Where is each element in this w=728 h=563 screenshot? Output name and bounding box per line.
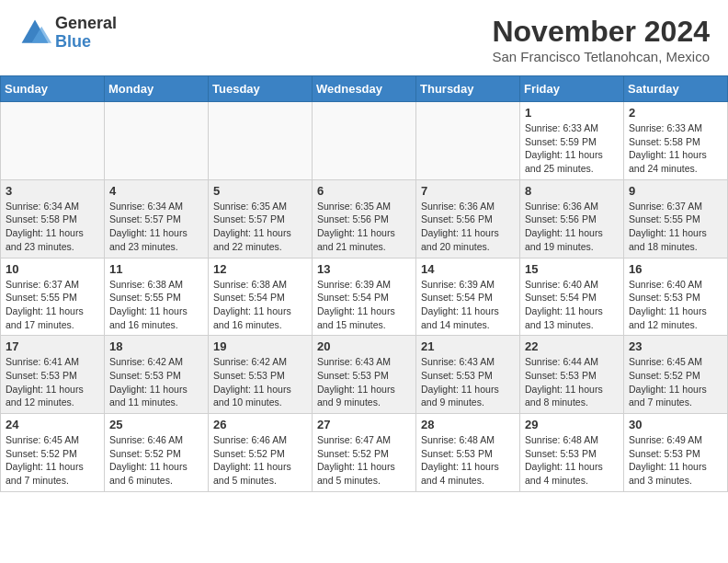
calendar-cell: 5Sunrise: 6:35 AM Sunset: 5:57 PM Daylig… xyxy=(209,179,313,258)
day-info: Sunrise: 6:43 AM Sunset: 5:53 PM Dayligh… xyxy=(421,355,515,409)
calendar-cell: 7Sunrise: 6:36 AM Sunset: 5:56 PM Daylig… xyxy=(416,179,520,258)
logo-icon xyxy=(18,17,51,50)
day-info: Sunrise: 6:41 AM Sunset: 5:53 PM Dayligh… xyxy=(6,355,99,409)
day-number: 25 xyxy=(109,418,203,431)
day-info: Sunrise: 6:42 AM Sunset: 5:53 PM Dayligh… xyxy=(109,355,203,409)
day-number: 15 xyxy=(525,262,619,276)
calendar-cell: 25Sunrise: 6:46 AM Sunset: 5:52 PM Dayli… xyxy=(105,414,209,492)
day-number: 29 xyxy=(525,418,619,431)
week-row-4: 17Sunrise: 6:41 AM Sunset: 5:53 PM Dayli… xyxy=(1,336,728,414)
calendar-cell: 18Sunrise: 6:42 AM Sunset: 5:53 PM Dayli… xyxy=(105,336,209,414)
day-number: 18 xyxy=(109,339,203,353)
day-number: 23 xyxy=(629,339,722,353)
calendar-cell: 23Sunrise: 6:45 AM Sunset: 5:52 PM Dayli… xyxy=(624,336,728,414)
weekday-header-saturday: Saturday xyxy=(624,76,728,102)
calendar-cell xyxy=(416,102,520,180)
calendar-cell: 4Sunrise: 6:34 AM Sunset: 5:57 PM Daylig… xyxy=(105,179,209,258)
calendar-cell: 3Sunrise: 6:34 AM Sunset: 5:58 PM Daylig… xyxy=(1,179,105,258)
day-info: Sunrise: 6:38 AM Sunset: 5:54 PM Dayligh… xyxy=(213,278,307,332)
location-subtitle: San Francisco Tetlanohcan, Mexico xyxy=(492,49,710,64)
logo: General Blue xyxy=(18,15,117,52)
calendar-cell: 22Sunrise: 6:44 AM Sunset: 5:53 PM Dayli… xyxy=(520,336,624,414)
calendar-cell: 6Sunrise: 6:35 AM Sunset: 5:56 PM Daylig… xyxy=(313,179,416,258)
title-block: November 2024 San Francisco Tetlanohcan,… xyxy=(492,15,710,64)
calendar-cell: 2Sunrise: 6:33 AM Sunset: 5:58 PM Daylig… xyxy=(624,102,728,180)
day-number: 1 xyxy=(525,106,619,120)
day-info: Sunrise: 6:46 AM Sunset: 5:52 PM Dayligh… xyxy=(109,433,203,488)
calendar-cell xyxy=(313,102,416,180)
day-info: Sunrise: 6:44 AM Sunset: 5:53 PM Dayligh… xyxy=(525,355,619,409)
calendar-cell: 10Sunrise: 6:37 AM Sunset: 5:55 PM Dayli… xyxy=(1,258,105,336)
day-info: Sunrise: 6:35 AM Sunset: 5:56 PM Dayligh… xyxy=(317,200,411,254)
day-number: 11 xyxy=(109,262,203,276)
weekday-header-tuesday: Tuesday xyxy=(209,76,313,102)
weekday-header-friday: Friday xyxy=(520,76,624,102)
day-number: 27 xyxy=(317,418,411,431)
day-number: 21 xyxy=(421,339,515,353)
calendar-cell: 16Sunrise: 6:40 AM Sunset: 5:53 PM Dayli… xyxy=(624,258,728,336)
week-row-2: 3Sunrise: 6:34 AM Sunset: 5:58 PM Daylig… xyxy=(1,179,728,258)
calendar-cell: 12Sunrise: 6:38 AM Sunset: 5:54 PM Dayli… xyxy=(209,258,313,336)
calendar-cell: 17Sunrise: 6:41 AM Sunset: 5:53 PM Dayli… xyxy=(1,336,105,414)
day-number: 19 xyxy=(213,339,307,353)
day-number: 12 xyxy=(213,262,307,276)
day-number: 22 xyxy=(525,339,619,353)
day-number: 4 xyxy=(109,184,203,198)
calendar-cell: 11Sunrise: 6:38 AM Sunset: 5:55 PM Dayli… xyxy=(105,258,209,336)
day-info: Sunrise: 6:43 AM Sunset: 5:53 PM Dayligh… xyxy=(317,355,411,409)
calendar-cell: 30Sunrise: 6:49 AM Sunset: 5:53 PM Dayli… xyxy=(624,414,728,492)
day-number: 10 xyxy=(6,262,99,276)
day-info: Sunrise: 6:34 AM Sunset: 5:57 PM Dayligh… xyxy=(109,200,203,254)
day-number: 17 xyxy=(6,339,99,353)
calendar-cell xyxy=(105,102,209,180)
day-number: 16 xyxy=(629,262,722,276)
logo-blue-text: Blue xyxy=(55,33,117,52)
day-info: Sunrise: 6:45 AM Sunset: 5:52 PM Dayligh… xyxy=(629,355,722,409)
day-info: Sunrise: 6:45 AM Sunset: 5:52 PM Dayligh… xyxy=(6,433,99,488)
calendar-cell: 14Sunrise: 6:39 AM Sunset: 5:54 PM Dayli… xyxy=(416,258,520,336)
weekday-header-sunday: Sunday xyxy=(1,76,105,102)
day-info: Sunrise: 6:33 AM Sunset: 5:59 PM Dayligh… xyxy=(525,121,619,176)
calendar-cell: 1Sunrise: 6:33 AM Sunset: 5:59 PM Daylig… xyxy=(520,102,624,180)
week-row-5: 24Sunrise: 6:45 AM Sunset: 5:52 PM Dayli… xyxy=(1,414,728,492)
day-number: 20 xyxy=(317,339,411,353)
day-info: Sunrise: 6:49 AM Sunset: 5:53 PM Dayligh… xyxy=(629,433,722,488)
page-header: General Blue November 2024 San Francisco… xyxy=(0,0,728,68)
day-info: Sunrise: 6:39 AM Sunset: 5:54 PM Dayligh… xyxy=(421,278,515,332)
day-info: Sunrise: 6:47 AM Sunset: 5:52 PM Dayligh… xyxy=(317,433,411,488)
day-number: 6 xyxy=(317,184,411,198)
day-info: Sunrise: 6:39 AM Sunset: 5:54 PM Dayligh… xyxy=(317,278,411,332)
day-number: 24 xyxy=(6,418,99,431)
day-number: 3 xyxy=(6,184,99,198)
calendar-cell: 27Sunrise: 6:47 AM Sunset: 5:52 PM Dayli… xyxy=(313,414,416,492)
weekday-header-thursday: Thursday xyxy=(416,76,520,102)
calendar-cell: 9Sunrise: 6:37 AM Sunset: 5:55 PM Daylig… xyxy=(624,179,728,258)
day-number: 8 xyxy=(525,184,619,198)
calendar-cell: 29Sunrise: 6:48 AM Sunset: 5:53 PM Dayli… xyxy=(520,414,624,492)
day-info: Sunrise: 6:33 AM Sunset: 5:58 PM Dayligh… xyxy=(629,121,722,176)
weekday-header-monday: Monday xyxy=(105,76,209,102)
day-number: 9 xyxy=(629,184,722,198)
day-info: Sunrise: 6:35 AM Sunset: 5:57 PM Dayligh… xyxy=(213,200,307,254)
calendar-cell: 20Sunrise: 6:43 AM Sunset: 5:53 PM Dayli… xyxy=(313,336,416,414)
day-number: 13 xyxy=(317,262,411,276)
day-info: Sunrise: 6:40 AM Sunset: 5:54 PM Dayligh… xyxy=(525,278,619,332)
weekday-header-wednesday: Wednesday xyxy=(313,76,416,102)
calendar-cell: 21Sunrise: 6:43 AM Sunset: 5:53 PM Dayli… xyxy=(416,336,520,414)
day-number: 5 xyxy=(213,184,307,198)
day-number: 26 xyxy=(213,418,307,431)
logo-general-text: General xyxy=(55,15,117,33)
calendar-cell xyxy=(209,102,313,180)
calendar-cell: 13Sunrise: 6:39 AM Sunset: 5:54 PM Dayli… xyxy=(313,258,416,336)
day-info: Sunrise: 6:48 AM Sunset: 5:53 PM Dayligh… xyxy=(421,433,515,488)
day-number: 2 xyxy=(629,106,722,120)
week-row-3: 10Sunrise: 6:37 AM Sunset: 5:55 PM Dayli… xyxy=(1,258,728,336)
day-number: 7 xyxy=(421,184,515,198)
day-info: Sunrise: 6:42 AM Sunset: 5:53 PM Dayligh… xyxy=(213,355,307,409)
day-info: Sunrise: 6:38 AM Sunset: 5:55 PM Dayligh… xyxy=(109,278,203,332)
calendar-cell: 24Sunrise: 6:45 AM Sunset: 5:52 PM Dayli… xyxy=(1,414,105,492)
calendar-cell: 19Sunrise: 6:42 AM Sunset: 5:53 PM Dayli… xyxy=(209,336,313,414)
calendar-table: SundayMondayTuesdayWednesdayThursdayFrid… xyxy=(0,75,728,492)
day-info: Sunrise: 6:40 AM Sunset: 5:53 PM Dayligh… xyxy=(629,278,722,332)
day-number: 30 xyxy=(629,418,722,431)
